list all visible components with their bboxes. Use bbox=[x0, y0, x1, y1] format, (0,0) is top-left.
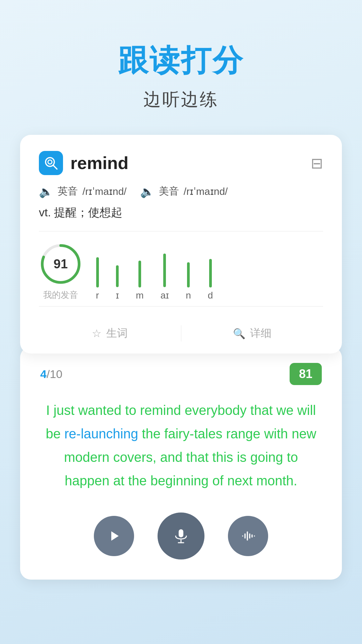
word-definition: vt. 提醒；使想起 bbox=[39, 205, 323, 220]
phoneme-bar-r bbox=[96, 257, 99, 287]
page-subtitle: 边听边练 bbox=[143, 88, 219, 111]
progress-current: 4 bbox=[40, 368, 47, 380]
card-footer: ☆ 生词 🔍 详细 bbox=[39, 317, 323, 341]
svg-point-2 bbox=[48, 160, 52, 164]
phoneme-bar-i bbox=[116, 265, 119, 287]
word-title: remind bbox=[70, 153, 128, 173]
score-circle: 91 bbox=[39, 242, 82, 286]
vocab-label: 生词 bbox=[106, 326, 128, 341]
progress-indicator: 4/10 bbox=[40, 368, 62, 381]
reading-score-badge: 81 bbox=[290, 363, 322, 385]
microphone-button[interactable] bbox=[158, 513, 204, 559]
phoneme-r: r bbox=[96, 257, 99, 301]
reading-card: 4/10 81 I just wanted to remind everybod… bbox=[20, 347, 342, 580]
play-button[interactable] bbox=[94, 516, 134, 556]
phoneme-bar-n bbox=[187, 262, 190, 287]
playback-controls bbox=[40, 513, 322, 559]
detail-button[interactable]: 🔍 详细 bbox=[181, 326, 323, 341]
phoneme-i: ɪ bbox=[116, 265, 119, 301]
svg-marker-5 bbox=[111, 531, 119, 541]
phoneme-label-n: n bbox=[186, 290, 191, 301]
phoneme-ai: aɪ bbox=[161, 254, 169, 301]
phoneme-bar-ai bbox=[163, 254, 166, 287]
phonetics-row: 🔈 英音 /rɪˈmaɪnd/ 🔈 美音 /rɪˈmaɪnd/ bbox=[39, 184, 323, 198]
phoneme-label-i: ɪ bbox=[116, 290, 119, 301]
phonetic-en-label: 英音 bbox=[58, 184, 78, 198]
page-title: 跟读打分 bbox=[118, 40, 244, 81]
score-section: 91 我的发音 r ɪ m aɪ bbox=[39, 242, 323, 301]
reading-header: 4/10 81 bbox=[40, 363, 322, 385]
detail-label: 详细 bbox=[250, 326, 272, 341]
word-icon-title: remind bbox=[39, 151, 128, 175]
phoneme-bar-d bbox=[209, 259, 212, 287]
phoneme-n: n bbox=[186, 262, 191, 301]
star-icon: ☆ bbox=[92, 327, 102, 340]
phonetic-en: /rɪˈmaɪnd/ bbox=[82, 185, 127, 197]
speaker-us-icon[interactable]: 🔈 bbox=[140, 185, 154, 198]
phoneme-bar-m bbox=[138, 261, 141, 287]
waveform-button[interactable] bbox=[228, 516, 268, 556]
app-icon bbox=[39, 151, 63, 175]
phoneme-label-m: m bbox=[136, 290, 143, 301]
phonetic-us: /rɪˈmaɪnd/ bbox=[184, 185, 228, 197]
highlight-relaunching: re-launching bbox=[64, 426, 138, 441]
phoneme-m: m bbox=[136, 261, 143, 301]
phonetic-us-label: 美音 bbox=[159, 184, 179, 198]
search-icon: 🔍 bbox=[233, 328, 245, 339]
phoneme-label-ai: aɪ bbox=[161, 290, 169, 301]
reading-text: I just wanted to remind everybody that w… bbox=[40, 398, 322, 492]
score-label: 我的发音 bbox=[43, 289, 78, 301]
phoneme-bars: r ɪ m aɪ n bbox=[96, 254, 323, 301]
speaker-en-icon[interactable]: 🔈 bbox=[39, 185, 53, 198]
score-circle-wrap: 91 我的发音 bbox=[39, 242, 82, 301]
phonetic-en-group[interactable]: 🔈 英音 /rɪˈmaɪnd/ bbox=[39, 184, 127, 198]
divider-bottom bbox=[39, 306, 323, 307]
score-number: 91 bbox=[54, 257, 68, 271]
word-card: remind ⊟ 🔈 英音 /rɪˈmaɪnd/ 🔈 美音 /rɪˈmaɪnd/… bbox=[20, 135, 342, 354]
phoneme-d: d bbox=[208, 259, 213, 301]
svg-line-1 bbox=[53, 165, 57, 169]
svg-rect-6 bbox=[179, 529, 183, 537]
progress-total: 10 bbox=[50, 368, 62, 380]
doc-icon[interactable]: ⊟ bbox=[311, 155, 323, 172]
phonetic-us-group[interactable]: 🔈 美音 /rɪˈmaɪnd/ bbox=[140, 184, 228, 198]
phoneme-label-r: r bbox=[96, 290, 99, 301]
word-card-header: remind ⊟ bbox=[39, 151, 323, 175]
divider-top bbox=[39, 231, 323, 231]
vocab-button[interactable]: ☆ 生词 bbox=[39, 326, 181, 341]
phoneme-label-d: d bbox=[208, 290, 213, 301]
progress-separator: / bbox=[47, 368, 50, 380]
